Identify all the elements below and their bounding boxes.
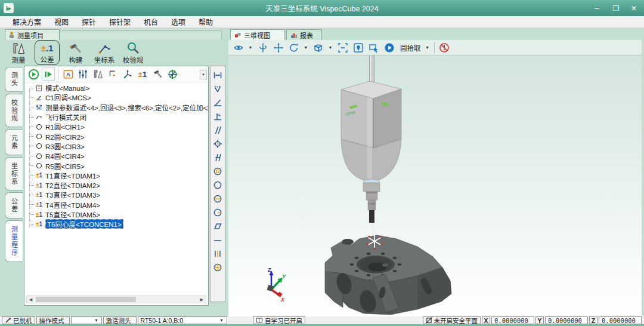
tolerance-angle-icon[interactable]: [213, 84, 222, 94]
tree-item-2[interactable]: C1回调<MCS>: [24, 93, 208, 102]
tolerance-total-runout-icon[interactable]: [213, 208, 222, 217]
safety-plane-status[interactable]: 未开启安全平面: [423, 316, 481, 324]
active-probe-select[interactable]: RT50-1 A:0,B:0: [138, 316, 227, 324]
tolerance-runout-icon[interactable]: [213, 194, 222, 204]
circle-pick-label[interactable]: 圆拾取: [400, 43, 421, 53]
step-run-icon[interactable]: [42, 67, 55, 81]
tree-item-10[interactable]: ±1T1直径<TDIAM1>: [24, 171, 208, 180]
menu-item-1[interactable]: 解决方案: [6, 16, 48, 27]
tree-item-label: 模式<Manual>: [45, 83, 89, 93]
corner-bracket-icon[interactable]: [106, 67, 119, 81]
tree-item-3[interactable]: 测量参数逼近<4>,回退<3>,搜索<6>,定位<2>,定位加<2>,测: [24, 103, 208, 112]
offline-status[interactable]: 已脱机: [2, 316, 35, 324]
menu-item-5[interactable]: 机台: [137, 16, 165, 27]
tolerance-distance-icon[interactable]: [213, 70, 222, 80]
horizontal-scrollbar[interactable]: ◀ ▶: [26, 296, 206, 303]
tolerance-pm1-icon[interactable]: ±1: [136, 67, 149, 81]
tree-item-13[interactable]: ±1T4直径<TDIAM4>: [24, 200, 208, 210]
run-program-icon[interactable]: [27, 67, 40, 81]
locate-pin-icon[interactable]: [352, 42, 364, 53]
caliper-icon[interactable]: [91, 67, 104, 81]
tolerance-flatness-icon[interactable]: [213, 222, 222, 231]
view-visibility-dropdown[interactable]: [248, 45, 253, 50]
tolerance-angularity-icon[interactable]: [213, 98, 222, 107]
side-tab-2[interactable]: 校验规: [5, 94, 23, 127]
tolerance-position-icon[interactable]: [213, 139, 222, 149]
toolbar-separator: [434, 42, 435, 53]
side-tab-5[interactable]: 公差: [5, 192, 23, 219]
ribbon-measure-button[interactable]: 测量: [6, 40, 31, 65]
alarm-disabled-icon[interactable]: [439, 42, 450, 53]
tolerance-roundness-icon[interactable]: [213, 180, 222, 190]
view-cube-dropdown[interactable]: [328, 45, 333, 50]
menu-item-6[interactable]: 选项: [165, 16, 192, 27]
tolerance-position-cross-icon[interactable]: [213, 263, 222, 272]
tree-item-1[interactable]: 模式<Manual>: [24, 83, 208, 93]
scroll-right-arrow[interactable]: ▶: [198, 296, 206, 303]
menu-item-2[interactable]: 视图: [48, 16, 75, 27]
measure-params-icon[interactable]: [76, 67, 89, 81]
minimize-button[interactable]: –: [588, 0, 606, 16]
rotate-view-dropdown[interactable]: [304, 45, 308, 50]
scrollbar-thumb[interactable]: [36, 297, 136, 302]
rotate-view-icon[interactable]: [288, 42, 299, 53]
tolerance-concentricity-icon[interactable]: [213, 167, 222, 176]
compass-icon[interactable]: [166, 67, 179, 81]
close-button[interactable]: ✕: [625, 0, 643, 16]
rename-icon[interactable]: A: [61, 67, 75, 81]
menu-item-7[interactable]: 帮助: [192, 16, 219, 27]
ribbon-tolerance-button[interactable]: ±.1公差: [35, 40, 60, 65]
tolerance-parallelism-icon[interactable]: [213, 125, 222, 135]
toolbar-overflow-button[interactable]: [200, 70, 207, 79]
tree-item-8[interactable]: R4圆<CIR4>: [24, 151, 208, 161]
menu-item-4[interactable]: 探针架: [103, 16, 137, 27]
construct-hammer-icon[interactable]: [151, 67, 164, 81]
operation-mode-select[interactable]: [71, 316, 102, 324]
tree-item-7[interactable]: R3圆<CIR3>: [24, 142, 208, 151]
tree-item-4[interactable]: 飞行模式关闭: [24, 112, 208, 122]
ribbon-gauge-button[interactable]: 校验规: [120, 40, 145, 65]
ribbon-construct-button[interactable]: 构建: [63, 40, 88, 65]
fly-icon: [35, 113, 43, 121]
side-tab-1[interactable]: 测头: [5, 67, 23, 92]
tree-item-5[interactable]: R1圆<CIR1>: [24, 122, 208, 131]
window-select-icon[interactable]: [368, 42, 379, 53]
menu-item-3[interactable]: 探针: [75, 16, 103, 27]
tolerance-symmetry-icon[interactable]: [213, 249, 222, 259]
axis-z-label: Z: [267, 267, 271, 273]
coordinate-icon[interactable]: [121, 67, 134, 81]
pan-icon[interactable]: [273, 42, 284, 53]
restore-button[interactable]: ❐: [607, 0, 625, 16]
side-tab-6[interactable]: 测量程序: [5, 220, 23, 262]
tolerance-straightness-icon[interactable]: [213, 235, 222, 245]
tab-report[interactable]: 报表: [286, 29, 322, 40]
scroll-left-arrow[interactable]: ◀: [27, 296, 35, 303]
tree-item-14[interactable]: ±1T5直径<TDIAM5>: [24, 210, 208, 219]
tree-item-label: T4直径<TDIAM4>: [45, 200, 100, 210]
view-visibility-icon[interactable]: [233, 42, 244, 53]
tree-item-11[interactable]: ±1T2直径<TDIAM2>: [24, 180, 208, 190]
circle-pick-dropdown[interactable]: [425, 45, 430, 50]
side-tab-3[interactable]: 元素: [5, 129, 23, 155]
program-toolbar: A ±1: [24, 66, 208, 82]
ribbon-coordsys-button[interactable]: 坐标系: [92, 40, 117, 65]
side-tab-4[interactable]: 坐标系: [5, 157, 23, 190]
tree-item-label: T2直径<TDIAM2>: [45, 180, 100, 190]
zoom-fit-icon[interactable]: [337, 42, 348, 53]
tree-item-9[interactable]: R5圆<CIR5>: [24, 161, 208, 170]
play-demo-icon[interactable]: [383, 42, 395, 53]
app-logo-icon: [4, 3, 14, 13]
tree-item-12[interactable]: ±1T3直径<TDIAM3>: [24, 190, 208, 199]
tree-item-15[interactable]: ±1T6同心度<TCONCEN1>: [24, 219, 208, 229]
tolerance-perpendicularity-icon[interactable]: [213, 112, 222, 121]
self-learning-status[interactable]: 自学习已开启: [253, 316, 305, 324]
viewport-3d-scene[interactable]: TZTEK: [228, 56, 642, 316]
view-cube-icon[interactable]: [312, 42, 324, 53]
tolerance-angle-lines-icon[interactable]: [213, 153, 222, 162]
orbit-rotate-icon[interactable]: [257, 42, 268, 53]
circle-icon: [35, 162, 43, 170]
tree-item-6[interactable]: R2圆<CIR2>: [24, 131, 208, 141]
tab-3d-view[interactable]: 三维视图: [230, 29, 285, 40]
coord-y-value: 0.0000000: [545, 316, 588, 324]
tab-measure-project[interactable]: 测量项目: [5, 29, 60, 40]
